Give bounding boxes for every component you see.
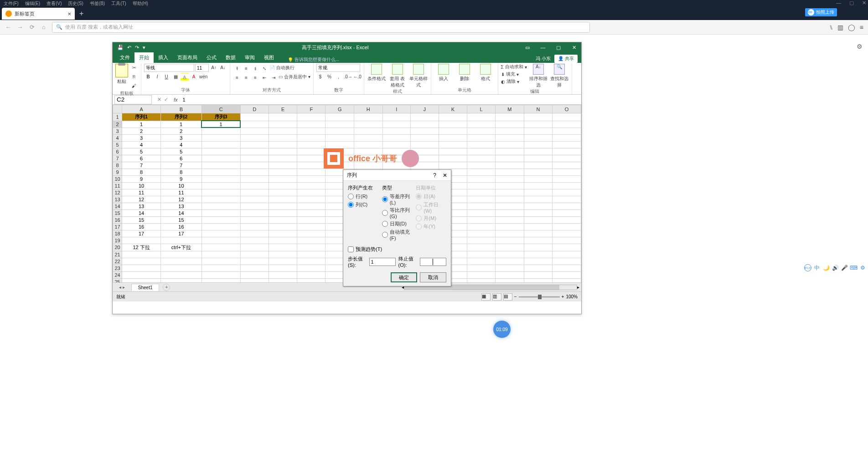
cell-L3[interactable] bbox=[467, 128, 496, 134]
tab-data[interactable]: 数据 bbox=[221, 52, 240, 63]
fill-color-button[interactable]: ◬ bbox=[181, 73, 189, 81]
ribbon-options-icon[interactable]: ▭ bbox=[521, 45, 534, 51]
cell-K5[interactable] bbox=[439, 141, 467, 148]
autosum-button[interactable]: Σ自动求和 ▾ bbox=[501, 64, 527, 70]
cell-O19[interactable] bbox=[553, 237, 581, 244]
cell-L23[interactable] bbox=[467, 265, 496, 271]
cell-M4[interactable] bbox=[496, 134, 524, 141]
dialog-help-icon[interactable]: ? bbox=[433, 172, 436, 179]
cell-M8[interactable] bbox=[496, 162, 524, 169]
cell-A7[interactable]: 6 bbox=[122, 155, 161, 162]
cell-J4[interactable] bbox=[410, 134, 439, 141]
cell-N18[interactable] bbox=[524, 230, 552, 237]
excel-close-icon[interactable]: ✕ bbox=[568, 45, 580, 51]
cell-A24[interactable] bbox=[122, 271, 161, 278]
find-select-button[interactable]: 🔍查找和选择 bbox=[550, 64, 569, 88]
cell-O5[interactable] bbox=[553, 141, 581, 148]
cell-L8[interactable] bbox=[467, 162, 496, 169]
cell-I2[interactable] bbox=[382, 121, 410, 128]
close-icon[interactable]: ✕ bbox=[862, 0, 866, 6]
align-center-icon[interactable]: ≡ bbox=[242, 74, 250, 82]
cell-N15[interactable] bbox=[524, 209, 552, 216]
col-header-N[interactable]: N bbox=[524, 105, 552, 113]
name-box[interactable] bbox=[114, 95, 152, 104]
cell-G5[interactable] bbox=[326, 141, 354, 148]
sort-filter-button[interactable]: A↓排序和筛选 bbox=[529, 64, 548, 88]
cell-C9[interactable] bbox=[202, 169, 240, 175]
minimize-icon[interactable]: — bbox=[836, 0, 841, 6]
cell-M2[interactable] bbox=[496, 121, 524, 128]
row-header-21[interactable]: 21 bbox=[113, 251, 122, 258]
cell-F14[interactable] bbox=[297, 203, 326, 209]
cell-I5[interactable] bbox=[382, 141, 410, 148]
cell-J1[interactable] bbox=[410, 113, 439, 121]
delete-cells-button[interactable]: 删除 bbox=[455, 64, 474, 82]
cell-D3[interactable] bbox=[240, 128, 269, 134]
cell-D10[interactable] bbox=[240, 175, 269, 182]
cell-F24[interactable] bbox=[297, 271, 326, 278]
floating-toolbar[interactable]: iFLY 中 🌙 🔊 🎤 ⌨ ⚙ bbox=[804, 264, 866, 271]
phonetic-button[interactable]: wén bbox=[199, 73, 207, 81]
cell-N25[interactable] bbox=[524, 278, 552, 282]
cell-N23[interactable] bbox=[524, 265, 552, 271]
cell-L25[interactable] bbox=[467, 278, 496, 282]
tab-insert[interactable]: 插入 bbox=[154, 52, 173, 63]
row-header-4[interactable]: 4 bbox=[113, 134, 122, 141]
formula-input[interactable]: 1 bbox=[180, 97, 581, 102]
sidebar-icon[interactable]: ▥ bbox=[837, 24, 843, 31]
cell-D8[interactable] bbox=[240, 162, 269, 169]
cell-B9[interactable]: 8 bbox=[161, 169, 202, 175]
cell-F16[interactable] bbox=[297, 216, 326, 223]
cell-A17[interactable]: 16 bbox=[122, 223, 161, 230]
tab-file[interactable]: 文件 bbox=[115, 52, 134, 63]
cell-O16[interactable] bbox=[553, 216, 581, 223]
row-header-6[interactable]: 6 bbox=[113, 148, 122, 155]
keyboard-icon[interactable]: ⌨ bbox=[850, 264, 857, 271]
back-button[interactable]: ← bbox=[5, 24, 12, 31]
cell-O25[interactable] bbox=[553, 278, 581, 282]
cell-F21[interactable] bbox=[297, 251, 326, 258]
new-tab-button[interactable]: + bbox=[75, 10, 88, 18]
col-header-D[interactable]: D bbox=[240, 105, 269, 113]
cell-O22[interactable] bbox=[553, 258, 581, 265]
cell-B1[interactable]: 序列2 bbox=[161, 113, 202, 121]
cell-N10[interactable] bbox=[524, 175, 552, 182]
cell-E23[interactable] bbox=[269, 265, 297, 271]
cell-L19[interactable] bbox=[467, 237, 496, 244]
indent-inc-icon[interactable]: ⇥ bbox=[269, 74, 278, 82]
cell-B16[interactable]: 15 bbox=[161, 216, 202, 223]
menu-view[interactable]: 查看(V) bbox=[46, 0, 62, 7]
font-name-select[interactable] bbox=[144, 64, 194, 72]
cell-C19[interactable] bbox=[202, 237, 240, 244]
paste-button[interactable]: 粘贴 bbox=[115, 64, 128, 85]
cell-K8[interactable] bbox=[439, 162, 467, 169]
cell-E3[interactable] bbox=[269, 128, 297, 134]
cell-O4[interactable] bbox=[553, 134, 581, 141]
row-header-2[interactable]: 2 bbox=[113, 121, 122, 128]
cell-N8[interactable] bbox=[524, 162, 552, 169]
cell-E25[interactable] bbox=[269, 278, 297, 282]
cell-L11[interactable] bbox=[467, 182, 496, 189]
cell-C17[interactable] bbox=[202, 223, 240, 230]
cell-N17[interactable] bbox=[524, 223, 552, 230]
cell-C11[interactable] bbox=[202, 182, 240, 189]
cell-N19[interactable] bbox=[524, 237, 552, 244]
cell-O13[interactable] bbox=[553, 196, 581, 203]
col-header-J[interactable]: J bbox=[410, 105, 439, 113]
bold-button[interactable]: B bbox=[144, 73, 152, 81]
cell-B13[interactable]: 12 bbox=[161, 196, 202, 203]
cell-O24[interactable] bbox=[553, 271, 581, 278]
row-header-18[interactable]: 18 bbox=[113, 230, 122, 237]
cell-O18[interactable] bbox=[553, 230, 581, 237]
row-header-5[interactable]: 5 bbox=[113, 141, 122, 148]
cell-E1[interactable] bbox=[269, 113, 297, 121]
redo-icon[interactable]: ↷ bbox=[135, 45, 139, 51]
cell-F1[interactable] bbox=[297, 113, 326, 121]
cell-G2[interactable] bbox=[326, 121, 354, 128]
cell-C1[interactable]: 序列3 bbox=[202, 113, 240, 121]
library-icon[interactable]: ⑊ bbox=[829, 24, 833, 31]
cell-L4[interactable] bbox=[467, 134, 496, 141]
menu-tools[interactable]: 工具(T) bbox=[111, 0, 126, 7]
cell-E9[interactable] bbox=[269, 169, 297, 175]
lang-icon[interactable]: 中 bbox=[813, 264, 821, 271]
